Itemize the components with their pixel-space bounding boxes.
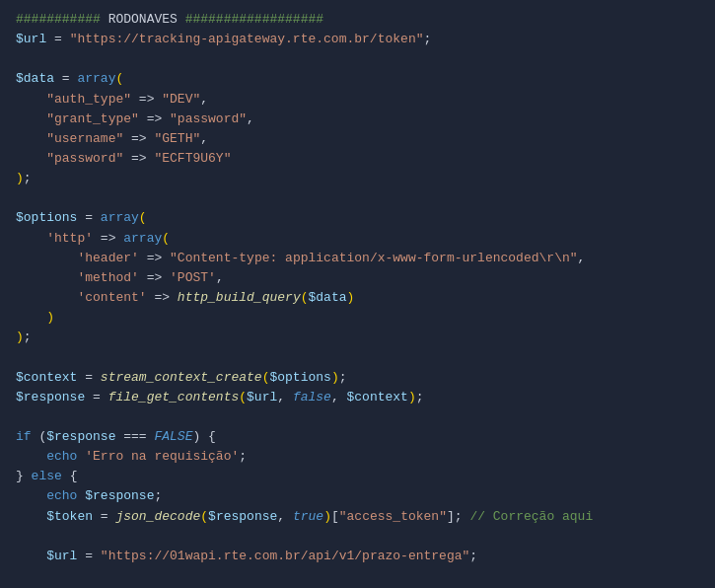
code-line: "password" => "ECFT9U6Y" (16, 149, 699, 169)
code-line: $url = "https://tracking-apigateway.rte.… (16, 30, 699, 49)
code-line: $data = array( (16, 69, 699, 89)
code-editor: ########### RODONAVES ##################… (0, 0, 715, 588)
code-line: ); (16, 328, 699, 347)
code-line: 'content' => http_build_query($data) (16, 288, 699, 308)
code-line (16, 188, 699, 208)
code-line: 'header' => "Content-type: application/x… (16, 249, 699, 268)
code-line: 'method' => 'POST', (16, 268, 699, 288)
code-line: $options = array( (16, 208, 699, 228)
code-line: 'http' => array( (16, 229, 699, 249)
code-line (16, 566, 699, 586)
code-line: echo 'Erro na requisição'; (16, 447, 699, 467)
code-line: "grant_type" => "password", (16, 110, 699, 129)
code-line (16, 407, 699, 427)
code-line: $url = "https://01wapi.rte.com.br/api/v1… (16, 547, 699, 566)
code-line: $token = json_decode($response, true)["a… (16, 507, 699, 527)
code-line: "auth_type" => "DEV", (16, 90, 699, 110)
code-line (16, 347, 699, 367)
code-line (16, 49, 699, 69)
code-line: ); (16, 169, 699, 188)
code-line: $response = file_get_contents($url, fals… (16, 388, 699, 407)
code-line: echo $response; (16, 486, 699, 506)
code-line (16, 527, 699, 547)
code-line: ) (16, 308, 699, 328)
code-line: "username" => "GETH", (16, 129, 699, 149)
code-line: if ($response === FALSE) { (16, 427, 699, 447)
code-line: $context = stream_context_create($option… (16, 368, 699, 388)
code-line: } else { (16, 467, 699, 486)
code-line: ########### RODONAVES ################## (16, 10, 699, 30)
